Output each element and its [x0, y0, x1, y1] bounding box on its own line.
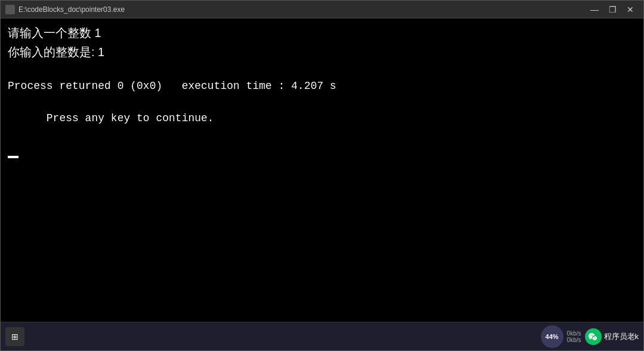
network-up: 0kb/s — [567, 330, 581, 337]
wechat-icon — [585, 328, 602, 345]
wechat-tray: 程序员老k — [585, 328, 639, 345]
text-cursor — [8, 156, 18, 158]
start-button[interactable]: ⊞ — [5, 327, 24, 346]
close-button[interactable]: ✕ — [622, 3, 639, 16]
battery-widget: 44% — [541, 325, 564, 348]
minimize-button[interactable]: — — [586, 3, 603, 16]
main-window: E:\codeBlocks_doc\pointer03.exe — ❐ ✕ 请输… — [0, 0, 644, 351]
cursor-line — [8, 149, 636, 159]
battery-percent: 44% — [546, 333, 559, 340]
title-bar-left: E:\codeBlocks_doc\pointer03.exe — [5, 5, 125, 14]
console-blank-line — [8, 61, 636, 78]
taskbar-right: 44% 0kb/s 0kb/s 程序员老k — [541, 325, 639, 348]
title-bar: E:\codeBlocks_doc\pointer03.exe — ❐ ✕ — [1, 1, 643, 19]
window-title: E:\codeBlocks_doc\pointer03.exe — [18, 5, 125, 14]
system-tray: 44% 0kb/s 0kb/s 程序员老k — [541, 325, 639, 348]
network-down: 0kb/s — [567, 337, 581, 343]
wechat-label: 程序员老k — [604, 331, 639, 342]
network-widget: 0kb/s 0kb/s — [567, 330, 581, 343]
console-area: 请输入一个整数 1 你输入的整数是: 1 Process returned 0 … — [1, 19, 643, 322]
console-line-1: 请输入一个整数 1 — [8, 23, 636, 42]
console-line-4: Process returned 0 (0x0) execution time … — [8, 78, 636, 94]
console-line-2: 你输入的整数是: 1 — [8, 42, 636, 61]
taskbar-left: ⊞ — [5, 327, 24, 346]
taskbar: ⊞ 44% 0kb/s 0kb/s 程序员老k — [1, 322, 643, 350]
window-controls: — ❐ ✕ — [586, 3, 639, 16]
app-icon — [5, 5, 15, 14]
restore-button[interactable]: ❐ — [604, 3, 621, 16]
console-line-5: Press any key to continue. — [8, 94, 636, 143]
